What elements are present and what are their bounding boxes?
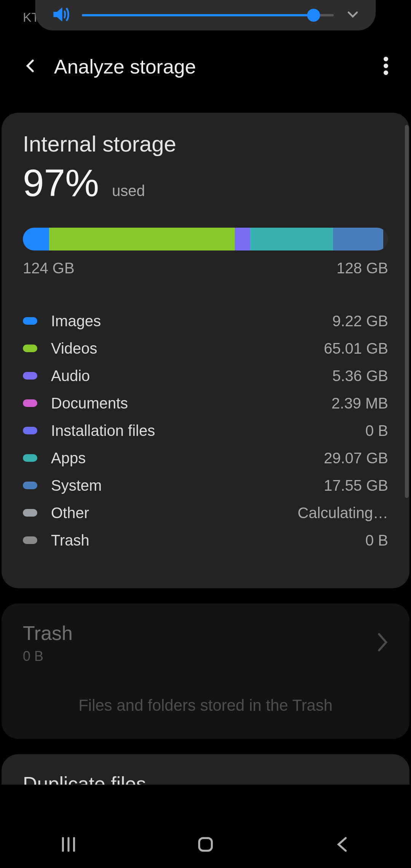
home-button[interactable] [196, 835, 215, 855]
trash-card[interactable]: Trash 0 B Files and folders stored in th… [2, 603, 409, 739]
category-label: Videos [51, 340, 324, 357]
category-label: Apps [51, 450, 324, 467]
storage-category-row[interactable]: System17.55 GB [23, 472, 388, 499]
scrollbar-thumb[interactable] [405, 125, 409, 498]
category-value: 29.07 GB [324, 450, 388, 467]
page-title: Analyze storage [54, 55, 196, 78]
storage-category-row[interactable]: Videos65.01 GB [23, 335, 388, 362]
system-nav-bar [0, 822, 411, 868]
app-header: Analyze storage [0, 46, 411, 88]
more-options-button[interactable] [384, 57, 388, 77]
category-color-icon [23, 536, 37, 544]
storage-category-row[interactable]: Apps29.07 GB [23, 444, 388, 472]
volume-fill [82, 14, 314, 16]
recents-button[interactable] [59, 835, 78, 855]
storage-bar [23, 228, 388, 251]
category-color-icon [23, 454, 37, 462]
category-value: 17.55 GB [324, 477, 388, 494]
category-color-icon [23, 345, 37, 352]
storage-bar-labels: 124 GB 128 GB [23, 260, 388, 277]
svg-point-2 [384, 70, 388, 75]
trash-title: Trash [23, 622, 376, 645]
storage-bar-segment [333, 228, 383, 251]
storage-bar-segment [235, 228, 250, 251]
volume-expand-button[interactable] [344, 6, 361, 24]
duplicate-files-card[interactable]: Duplicate files [2, 754, 409, 785]
duplicate-files-title: Duplicate files [23, 772, 388, 785]
svg-rect-6 [199, 838, 212, 850]
storage-category-row[interactable]: Installation files0 B [23, 417, 388, 444]
category-value: 5.36 GB [332, 367, 388, 385]
storage-legend: Images9.22 GBVideos65.01 GBAudio5.36 GBD… [23, 307, 388, 554]
category-color-icon [23, 427, 37, 434]
category-value: Calculating… [298, 504, 388, 522]
category-value: 2.39 MB [331, 395, 388, 412]
category-value: 9.22 GB [332, 313, 388, 330]
category-value: 0 B [365, 422, 388, 439]
volume-icon [50, 4, 71, 27]
content-scroll[interactable]: Internal storage 97% used 124 GB 128 GB … [0, 107, 411, 822]
category-label: System [51, 477, 324, 494]
trash-size: 0 B [23, 648, 376, 664]
volume-panel [35, 0, 376, 30]
category-label: Images [51, 313, 332, 330]
category-value: 0 B [365, 532, 388, 549]
category-label: Audio [51, 367, 332, 385]
category-color-icon [23, 399, 37, 407]
category-label: Documents [51, 395, 331, 412]
storage-category-row[interactable]: OtherCalculating… [23, 499, 388, 527]
volume-thumb[interactable] [307, 9, 320, 22]
nav-back-button[interactable] [333, 835, 352, 855]
storage-percent-row: 97% used [23, 161, 388, 205]
storage-percent: 97% [23, 161, 99, 205]
storage-category-row[interactable]: Documents2.39 MB [23, 389, 388, 417]
category-label: Installation files [51, 422, 365, 439]
storage-total-label: 128 GB [336, 260, 388, 277]
category-label: Other [51, 504, 298, 522]
svg-point-1 [384, 64, 388, 68]
storage-bar-segment [49, 228, 235, 251]
category-color-icon [23, 482, 37, 489]
category-color-icon [23, 317, 37, 325]
back-button[interactable] [23, 58, 39, 75]
svg-point-0 [384, 57, 388, 61]
storage-bar-segment [250, 228, 333, 251]
storage-bar-segment [23, 228, 49, 251]
category-color-icon [23, 509, 37, 517]
storage-category-row[interactable]: Trash0 B [23, 527, 388, 554]
trash-description: Files and folders stored in the Trash [23, 696, 388, 715]
category-label: Trash [51, 532, 365, 549]
internal-storage-card: Internal storage 97% used 124 GB 128 GB … [2, 113, 409, 588]
volume-slider[interactable] [82, 14, 334, 16]
storage-category-row[interactable]: Audio5.36 GB [23, 362, 388, 389]
category-value: 65.01 GB [324, 340, 388, 357]
storage-category-row[interactable]: Images9.22 GB [23, 307, 388, 335]
chevron-right-icon [376, 632, 388, 654]
storage-used-label: 124 GB [23, 260, 75, 277]
storage-percent-suffix: used [112, 182, 145, 199]
storage-title: Internal storage [23, 131, 388, 156]
category-color-icon [23, 372, 37, 380]
